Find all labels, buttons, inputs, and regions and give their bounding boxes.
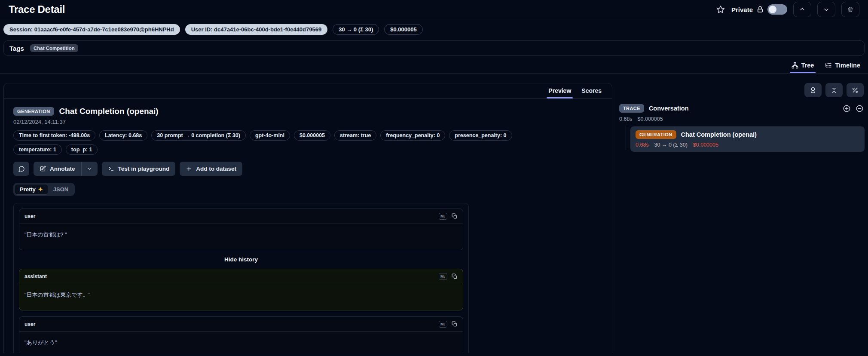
chevron-up-icon <box>799 6 806 13</box>
obs-cost-badge: $0.000005 <box>294 130 330 141</box>
generation-tokens: 30 → 0 (Σ 30) <box>654 142 688 148</box>
message-header: user M↓ <box>19 209 463 224</box>
collapse-all-button[interactable] <box>825 83 843 97</box>
percent-icon <box>852 87 859 94</box>
content-area: Preview Scores GENERATION Chat Completio… <box>0 74 868 353</box>
markdown-icon[interactable]: M↓ <box>439 213 447 220</box>
message-content: "日本の首都は? " <box>19 224 463 250</box>
token-usage-badge: 30 → 0 (Σ 30) <box>333 24 379 35</box>
generation-node-header: GENERATION Chat Completion (openai) <box>636 130 859 139</box>
playground-label: Test in playground <box>118 166 170 172</box>
annotate-dropdown[interactable] <box>82 162 98 176</box>
tree-icon <box>792 62 798 69</box>
markdown-icon[interactable]: M↓ <box>439 273 447 280</box>
format-toggle: Pretty ✦ JSON <box>13 183 75 196</box>
observation-badges: Time to first token: -498.00s Latency: 0… <box>13 130 555 155</box>
session-badge[interactable]: Session: 01aaacf6-e0fe-457d-a7de-7c1ee08… <box>3 24 180 35</box>
message-header: user M↓ <box>19 317 463 332</box>
trace-title: Conversation <box>649 105 689 112</box>
delete-trace-button[interactable] <box>841 2 859 17</box>
hide-history-button[interactable]: Hide history <box>19 256 463 263</box>
tab-preview[interactable]: Preview <box>544 83 575 98</box>
message-actions: M↓ <box>439 213 458 220</box>
tag-chat-competition[interactable]: Chat Competition <box>30 44 78 52</box>
trace-type-badge: TRACE <box>619 104 644 113</box>
tags-row: Tags Chat Competition <box>3 40 865 56</box>
privacy-control: Private <box>731 4 787 15</box>
message-actions: M↓ <box>439 321 458 328</box>
terminal-icon <box>108 166 114 172</box>
sparkles-icon: ✦ <box>38 186 43 193</box>
generation-latency: 0.68s <box>636 142 649 148</box>
latency-badge: Latency: 0.68s <box>99 130 147 141</box>
trace-root-node[interactable]: TRACE Conversation <box>618 102 865 114</box>
observation-title: Chat Completion (openai) <box>59 107 159 116</box>
lock-icon <box>756 6 764 13</box>
trash-icon <box>847 6 854 13</box>
message-content: "ありがとう" <box>19 332 463 353</box>
presence-penalty-badge: presence_penalty: 0 <box>449 130 512 141</box>
privacy-label: Private <box>731 6 753 13</box>
message-assistant: assistant M↓ "日本の首都は東京です。" <box>19 269 463 310</box>
observation-body: GENERATION Chat Completion (openai) 02/1… <box>4 99 612 353</box>
prev-trace-button[interactable] <box>793 2 811 17</box>
message-role: assistant <box>24 273 47 279</box>
next-trace-button[interactable] <box>817 2 835 17</box>
frequency-penalty-badge: frequency_penalty: 0 <box>380 130 445 141</box>
message-user-2: user M↓ "ありがとう" <box>19 316 463 353</box>
toggle-knob <box>769 6 776 13</box>
chevrons-collapse-icon <box>831 87 837 94</box>
annotate-split-button: Annotate <box>34 162 98 176</box>
page-title: Trace Detail <box>9 3 65 15</box>
test-in-playground-button[interactable]: Test in playground <box>102 162 176 176</box>
copy-icon[interactable] <box>452 321 458 327</box>
annotate-label: Annotate <box>50 166 75 172</box>
star-icon[interactable] <box>716 5 725 14</box>
metrics-toggle-button[interactable] <box>847 83 864 97</box>
trace-metrics: 0.68s $0.000005 <box>618 114 865 126</box>
markdown-icon[interactable]: M↓ <box>439 321 447 328</box>
comment-icon <box>18 166 25 172</box>
annotate-pen-icon <box>40 166 46 172</box>
copy-icon[interactable] <box>452 273 458 279</box>
message-user-1: user M↓ "日本の首都は? " <box>19 209 463 250</box>
award-icon <box>810 87 816 94</box>
stream-badge: stream: true <box>334 130 376 141</box>
prompt-completion-badge: 30 prompt → 0 completion (Σ 30) <box>151 130 246 141</box>
preview-scores-tabs: Preview Scores <box>4 83 612 99</box>
trace-latency: 0.68s <box>619 116 633 122</box>
user-id-badge[interactable]: User ID: dc47a41e-06bc-400d-bde1-f0e440d… <box>185 24 328 35</box>
dataset-label: Add to dataset <box>196 166 236 172</box>
format-json[interactable]: JSON <box>48 184 73 195</box>
add-to-dataset-button[interactable]: Add to dataset <box>180 162 242 176</box>
messages-container: user M↓ "日本の首都は? " Hide history assistan… <box>13 203 469 353</box>
tree-toolbar <box>618 83 865 102</box>
generation-node-selected[interactable]: GENERATION Chat Completion (openai) 0.68… <box>630 126 865 152</box>
observation-card: Preview Scores GENERATION Chat Completio… <box>3 83 612 353</box>
scores-toggle-button[interactable] <box>804 83 822 97</box>
privacy-toggle[interactable] <box>767 4 787 15</box>
meta-badges-row: Session: 01aaacf6-e0fe-457d-a7de-7c1ee08… <box>0 19 868 40</box>
comment-button[interactable] <box>13 162 29 176</box>
copy-icon[interactable] <box>452 213 458 219</box>
tab-scores[interactable]: Scores <box>577 83 606 98</box>
header-controls: Private <box>716 2 859 17</box>
tab-timeline-label: Timeline <box>835 62 860 69</box>
plus-icon <box>186 166 192 172</box>
chevron-down-icon <box>823 6 830 13</box>
cost-badge: $0.000005 <box>384 24 422 35</box>
trace-tree-panel: TRACE Conversation 0.68s $0.000005 GENER… <box>618 83 865 353</box>
message-role: user <box>24 321 35 327</box>
format-pretty[interactable]: Pretty ✦ <box>15 184 48 195</box>
annotate-button[interactable]: Annotate <box>34 162 81 176</box>
tab-tree-label: Tree <box>801 62 814 69</box>
collapse-icon[interactable] <box>856 104 864 113</box>
expand-all-icon[interactable] <box>843 104 851 113</box>
observation-header: GENERATION Chat Completion (openai) <box>13 107 602 116</box>
message-actions: M↓ <box>439 273 458 280</box>
tab-timeline[interactable]: Timeline <box>821 59 865 73</box>
tab-tree[interactable]: Tree <box>787 59 819 73</box>
generation-node-title: Chat Completion (openai) <box>681 131 757 138</box>
top-p-badge: top_p: 1 <box>66 144 98 155</box>
temperature-badge: temperature: 1 <box>13 144 62 155</box>
